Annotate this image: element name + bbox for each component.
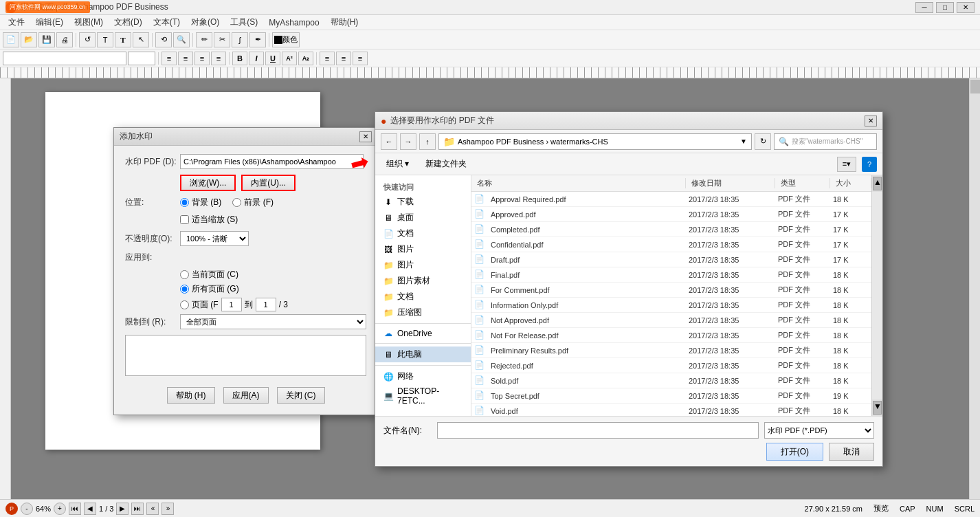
sidebar-folder-docs[interactable]: 📁 文档: [375, 289, 471, 305]
zoom-out-btn[interactable]: -: [21, 503, 33, 515]
rotate-btn[interactable]: ⟲: [155, 32, 172, 47]
edit2-btn[interactable]: ✂: [214, 32, 230, 47]
file-row-2[interactable]: 📄 Completed.pdf 2017/2/3 18:35 PDF 文件 17…: [471, 222, 871, 237]
font-family-select[interactable]: [3, 52, 126, 65]
align-justify-btn[interactable]: ≡: [211, 52, 226, 65]
page-to-input[interactable]: [256, 298, 276, 311]
opacity-select[interactable]: 100% - 清断: [180, 231, 249, 246]
all-pages-radio[interactable]: [180, 285, 189, 294]
page-from-input[interactable]: [221, 298, 242, 311]
browse-button[interactable]: 浏览(W)...: [180, 175, 236, 191]
file-row-9[interactable]: 📄 Not For Release.pdf 2017/2/3 18:35 PDF…: [471, 328, 871, 343]
file-row-11[interactable]: 📄 Rejected.pdf 2017/2/3 18:35 PDF 文件 18 …: [471, 358, 871, 373]
align-right-btn[interactable]: ≡: [194, 52, 210, 65]
new-btn[interactable]: 📄: [3, 32, 19, 47]
pdf-path-input[interactable]: [180, 154, 364, 169]
link-btn[interactable]: ∫: [232, 32, 248, 47]
file-row-7[interactable]: 📄 Information Only.pdf 2017/2/3 18:35 PD…: [471, 298, 871, 313]
nav-forward-btn[interactable]: →: [400, 133, 416, 150]
new-folder-btn[interactable]: 新建文件夹: [420, 156, 472, 173]
file-row-1[interactable]: 📄 Approved.pdf 2017/2/3 18:35 PDF 文件 17 …: [471, 207, 871, 222]
col-type[interactable]: 类型: [775, 178, 830, 188]
sidebar-desktop[interactable]: 🖥 桌面: [375, 210, 471, 226]
page-range-radio[interactable]: [180, 300, 189, 309]
file-row-10[interactable]: 📄 Preliminary Results.pdf 2017/2/3 18:35…: [471, 343, 871, 358]
file-row-14[interactable]: 📄 Void.pdf 2017/2/3 18:35 PDF 文件 18 K: [471, 404, 871, 416]
refresh-btn[interactable]: ↻: [755, 133, 771, 150]
file-row-12[interactable]: 📄 Sold.pdf 2017/2/3 18:35 PDF 文件 18 K: [471, 373, 871, 388]
sidebar-folder-compressed[interactable]: 📁 压缩图: [375, 305, 471, 320]
sidebar-pictures[interactable]: 🖼 图片: [375, 241, 471, 257]
background-option[interactable]: 背景 (B): [180, 197, 221, 208]
color-picker[interactable]: 颜色: [272, 32, 300, 47]
sidebar-this-pc[interactable]: 🖥 此电脑: [375, 346, 471, 362]
font-size-select[interactable]: [128, 52, 155, 65]
cursor-btn[interactable]: ↖: [133, 32, 149, 47]
view-btn[interactable]: ≡▾: [837, 157, 856, 172]
zoom-btn[interactable]: 🔍: [173, 32, 190, 47]
cancel-button[interactable]: 取消: [829, 443, 874, 461]
underline-btn[interactable]: U: [265, 52, 280, 65]
scrollbar-down-btn[interactable]: ▼: [873, 401, 882, 415]
file-row-0[interactable]: 📄 Approval Required.pdf 2017/2/3 18:35 P…: [471, 192, 871, 207]
file-row-6[interactable]: 📄 For Comment.pdf 2017/2/3 18:35 PDF 文件 …: [471, 283, 871, 298]
undo-btn[interactable]: ↺: [79, 32, 96, 47]
foreground-radio[interactable]: [232, 198, 241, 207]
filetype-select[interactable]: 水印 PDF (*.PDF): [764, 422, 874, 439]
breadcrumb[interactable]: 📁 Ashampoo PDF Business › watermarks-CHS…: [438, 133, 752, 150]
filename-input[interactable]: [437, 422, 759, 439]
print-btn[interactable]: 🖨: [56, 32, 73, 47]
list3-btn[interactable]: ≡: [353, 52, 368, 65]
file-dialog-close[interactable]: ✕: [865, 116, 877, 126]
window-controls[interactable]: ─ □ ✕: [915, 2, 975, 13]
right-scrollbar[interactable]: [969, 78, 980, 499]
scrollbar-thumb[interactable]: [970, 80, 980, 94]
menu-view[interactable]: 视图(M): [69, 15, 109, 30]
zoom-controls[interactable]: - 64% +: [21, 503, 66, 515]
file-row-4[interactable]: 📄 Draft.pdf 2017/2/3 18:35 PDF 文件 17 K: [471, 252, 871, 267]
close-button[interactable]: ✕: [957, 2, 975, 13]
menu-tools[interactable]: 工具(S): [225, 15, 263, 30]
list1-btn[interactable]: ≡: [320, 52, 335, 65]
zoom-in-btn[interactable]: +: [54, 503, 66, 515]
background-radio[interactable]: [180, 198, 189, 207]
watermark-dialog-close[interactable]: ✕: [359, 131, 372, 142]
list2-btn[interactable]: ≡: [336, 52, 351, 65]
bold-btn[interactable]: B: [232, 52, 247, 65]
menu-object[interactable]: 对象(O): [186, 15, 225, 30]
organize-btn[interactable]: 组织 ▾: [381, 156, 414, 173]
page-range-option[interactable]: 页面 (F: [180, 299, 219, 311]
sidebar-onedrive[interactable]: ☁ OneDrive: [375, 327, 471, 340]
current-page-radio[interactable]: [180, 270, 189, 279]
close-button[interactable]: 关闭 (C): [277, 387, 325, 404]
edit1-btn[interactable]: ✏: [196, 32, 212, 47]
fit-checkbox-row[interactable]: 适当缩放 (S): [180, 214, 366, 226]
pen-btn[interactable]: ✒: [249, 32, 266, 47]
help-button[interactable]: 帮助 (H): [167, 387, 215, 404]
redo-btn[interactable]: T: [97, 32, 113, 47]
col-name[interactable]: 名称: [471, 178, 686, 188]
sidebar-folder-assets[interactable]: 📁 图片素材: [375, 273, 471, 289]
open-btn[interactable]: 📂: [21, 32, 37, 47]
fit-checkbox[interactable]: [180, 215, 189, 224]
nav-up-btn[interactable]: ↑: [419, 133, 436, 150]
foreground-option[interactable]: 前景 (F): [232, 197, 274, 208]
rewind-btn[interactable]: «: [146, 503, 159, 515]
scrollbar-up-btn[interactable]: ▲: [873, 177, 882, 190]
sidebar-folder-pictures[interactable]: 📁 图片: [375, 257, 471, 273]
first-page-btn[interactable]: ⏮: [69, 503, 81, 515]
sidebar-documents[interactable]: 📄 文档: [375, 226, 471, 241]
col-date[interactable]: 修改日期: [686, 178, 775, 188]
maximize-button[interactable]: □: [936, 2, 954, 13]
next-page-btn[interactable]: ▶: [116, 503, 129, 515]
subscript-btn[interactable]: A₂: [298, 52, 313, 65]
file-row-8[interactable]: 📄 Not Approved.pdf 2017/2/3 18:35 PDF 文件…: [471, 313, 871, 328]
sidebar-desktop-drive[interactable]: 💻 DESKTOP-7ETC...: [375, 384, 471, 408]
file-dialog-controls[interactable]: ✕: [865, 116, 877, 126]
sidebar-download[interactable]: ⬇ 下载: [375, 194, 471, 210]
superscript-btn[interactable]: A²: [282, 52, 297, 65]
italic-btn[interactable]: I: [249, 52, 264, 65]
current-page-option[interactable]: 当前页面 (C): [180, 269, 366, 280]
menu-edit[interactable]: 编辑(E): [30, 15, 69, 30]
file-list-scrollbar[interactable]: ▲ ▼: [871, 175, 882, 416]
